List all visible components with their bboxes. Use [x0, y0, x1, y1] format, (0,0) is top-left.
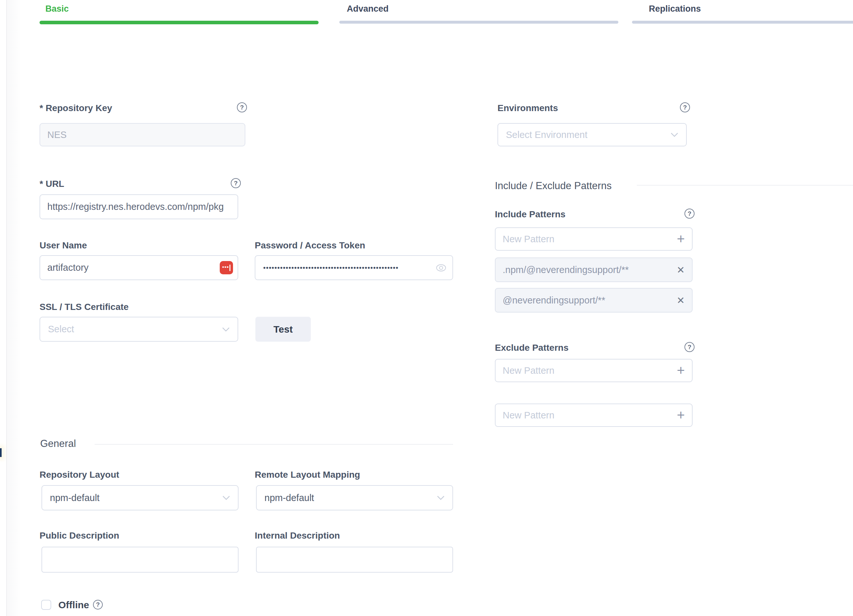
- public-description-label: Public Description: [39, 531, 119, 541]
- password-input[interactable]: ••••••••••••••••••••••••••••••••••••••••…: [255, 255, 453, 280]
- offline-label: Offline: [58, 599, 89, 610]
- tab-basic-underline: [39, 21, 319, 24]
- url-input[interactable]: [39, 194, 238, 219]
- offline-checkbox[interactable]: [41, 600, 51, 610]
- repository-key-label: * Repository Key: [39, 103, 112, 114]
- remove-pattern-icon[interactable]: ✕: [677, 295, 685, 306]
- add-include-pattern-icon[interactable]: +: [677, 232, 685, 246]
- user-name-input[interactable]: [39, 255, 238, 280]
- password-label: Password / Access Token: [255, 240, 365, 251]
- include-new-pattern-field[interactable]: +: [495, 227, 692, 251]
- exclude-patterns-label: Exclude Patterns: [495, 343, 568, 353]
- tab-replications-underline: [632, 21, 853, 24]
- tab-advanced-underline: [339, 21, 618, 24]
- ssl-certificate-label: SSL / TLS Certificate: [39, 302, 129, 312]
- exclude-new-pattern-input[interactable]: [502, 410, 677, 421]
- patterns-section-title: Include / Exclude Patterns: [495, 180, 612, 192]
- url-help-icon[interactable]: ?: [231, 178, 241, 188]
- panel-edge-shadow: [7, 0, 21, 616]
- patterns-section-divider: [637, 185, 853, 186]
- tab-advanced[interactable]: Advanced: [347, 4, 389, 14]
- include-pattern-value: @neverendingsupport/**: [502, 295, 677, 306]
- include-pattern-item: .npm/@neverendingsupport/** ✕: [495, 257, 692, 282]
- remove-pattern-icon[interactable]: ✕: [677, 264, 685, 275]
- repository-layout-value: npm-default: [50, 493, 100, 503]
- internal-description-textarea[interactable]: [256, 547, 453, 573]
- ssl-certificate-select[interactable]: Select: [39, 317, 238, 342]
- repository-layout-label: Repository Layout: [39, 470, 119, 480]
- include-new-pattern-input[interactable]: [502, 234, 677, 245]
- url-label: * URL: [39, 179, 64, 189]
- include-pattern-value: .npm/@neverendingsupport/**: [502, 265, 677, 275]
- environments-placeholder: Select Environment: [506, 130, 587, 140]
- remote-layout-mapping-select[interactable]: npm-default: [256, 485, 453, 510]
- exclude-new-pattern-input[interactable]: [502, 365, 677, 376]
- repository-key-input[interactable]: [39, 123, 245, 146]
- public-description-textarea[interactable]: [41, 547, 238, 573]
- tab-replications[interactable]: Replications: [649, 4, 701, 14]
- password-masked-value: ••••••••••••••••••••••••••••••••••••••••…: [263, 263, 433, 272]
- tab-basic[interactable]: Basic: [46, 4, 69, 14]
- chevron-down-icon: [437, 495, 445, 500]
- add-exclude-pattern-icon[interactable]: +: [677, 409, 685, 422]
- eye-icon[interactable]: [436, 263, 446, 272]
- test-button[interactable]: Test: [255, 317, 311, 342]
- general-section-title: General: [40, 438, 76, 450]
- general-section-divider: [95, 444, 453, 445]
- add-exclude-pattern-icon[interactable]: +: [677, 364, 685, 377]
- sidebar-focus-marker: [0, 448, 2, 457]
- chevron-down-icon: [671, 132, 678, 137]
- exclude-new-pattern-field[interactable]: +: [495, 359, 692, 382]
- repository-key-help-icon[interactable]: ?: [237, 102, 247, 112]
- environments-help-icon[interactable]: ?: [680, 102, 690, 112]
- offline-help-icon[interactable]: ?: [93, 600, 103, 610]
- exclude-new-pattern-field[interactable]: +: [495, 404, 692, 427]
- chevron-down-icon: [222, 327, 230, 331]
- repository-layout-select[interactable]: npm-default: [41, 485, 238, 510]
- internal-description-label: Internal Description: [255, 531, 340, 541]
- include-patterns-label: Include Patterns: [495, 209, 566, 219]
- include-patterns-help-icon[interactable]: ?: [685, 209, 695, 219]
- remote-layout-mapping-label: Remote Layout Mapping: [255, 470, 360, 480]
- user-name-label: User Name: [39, 240, 87, 251]
- include-pattern-item: @neverendingsupport/** ✕: [495, 288, 692, 313]
- chevron-down-icon: [222, 495, 230, 500]
- exclude-patterns-help-icon[interactable]: ?: [685, 342, 695, 352]
- environments-label: Environments: [498, 103, 558, 114]
- ssl-certificate-placeholder: Select: [48, 324, 74, 334]
- password-manager-autofill-icon[interactable]: •••: [220, 261, 233, 274]
- remote-layout-mapping-value: npm-default: [264, 493, 314, 503]
- environments-select[interactable]: Select Environment: [498, 123, 687, 146]
